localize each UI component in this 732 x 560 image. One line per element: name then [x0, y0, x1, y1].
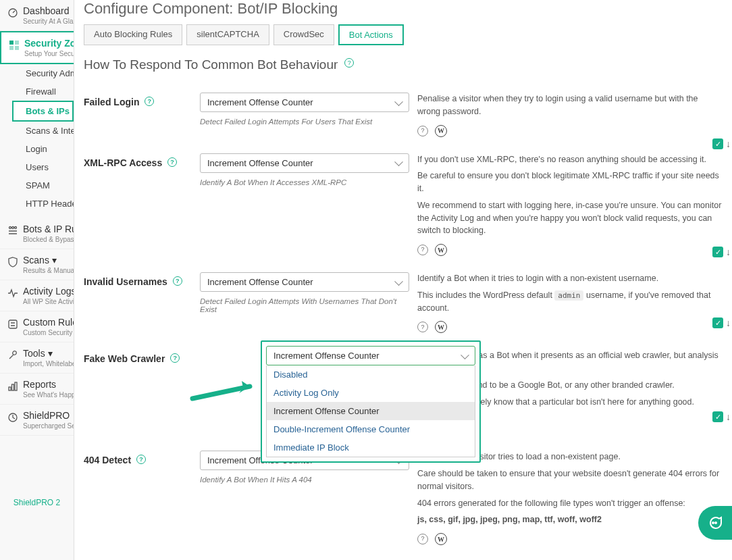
option-activity-log[interactable]: Activity Log Only [267, 384, 475, 402]
svg-point-13 [712, 522, 714, 524]
row-label: Invalid Usernames ? [84, 272, 192, 288]
row-control: Increment Offense CounterIdentify A Bot … [200, 153, 409, 186]
setting-row: Failed Login ?Increment Offense CounterD… [84, 86, 723, 147]
tab-auto-blocking[interactable]: Auto Blocking Rules [84, 24, 182, 45]
row-label: 404 Detect ? [84, 451, 192, 466]
setting-row: Link Cheese ?Increment Offense CounterDe… [84, 555, 723, 560]
help-icon[interactable]: ? [170, 353, 180, 363]
caption: Detect Failed Login Attempts For Users T… [200, 118, 409, 126]
row-label: Fake Web Crawler ? [84, 349, 192, 365]
sidebar-item-tools[interactable]: Tools ▾Import, Whitelabel [0, 342, 74, 374]
status-check-icon[interactable]: ✓ [712, 247, 723, 257]
caption: Identify A Bot When It Hits A 404 [200, 476, 409, 484]
svg-rect-11 [15, 382, 17, 390]
dropdown-options: Disabled Activity Log Only Increment Off… [266, 365, 475, 457]
wordpress-icon[interactable]: W [435, 533, 447, 545]
chat-button[interactable] [698, 506, 732, 540]
svg-rect-4 [15, 46, 19, 50]
page-title: Configure Component: Bot/IP Blocking [84, 0, 723, 24]
custom-icon [7, 318, 19, 330]
help-icon[interactable]: ? [173, 276, 182, 286]
svg-point-6 [12, 227, 14, 229]
select-xml-rpc-access[interactable]: Increment Offense Counter [200, 153, 409, 173]
sidebar-item-scans[interactable]: Scans ▾Results & Manual [0, 249, 74, 280]
sidebar-child-scans[interactable]: Scans & Integrity [19, 122, 74, 140]
help-link-icon[interactable]: ? [417, 322, 428, 332]
row-status-controls: ✓↓ [712, 138, 731, 149]
setting-row: XML-RPC Access ?Increment Offense Counte… [84, 147, 723, 266]
svg-rect-8 [9, 320, 17, 328]
option-disabled[interactable]: Disabled [267, 365, 475, 384]
status-check-icon[interactable]: ✓ [712, 138, 723, 149]
activity-icon [7, 287, 19, 299]
row-status-controls: ✓↓ [712, 247, 731, 257]
help-link-icon[interactable]: ? [417, 126, 428, 136]
help-link-icon[interactable]: ? [417, 245, 428, 255]
sidebar-item-custom-rules[interactable]: Custom RulesCustom Security Rules [0, 311, 74, 342]
sidebar-item-activity-logs[interactable]: Activity LogsAll WP Site Activity [0, 280, 74, 311]
expand-icon[interactable]: ↓ [726, 138, 731, 149]
tab-silentcaptcha[interactable]: silentCAPTCHA [186, 24, 269, 45]
option-immediate-block[interactable]: Immediate IP Block [267, 438, 475, 457]
svg-rect-9 [9, 387, 11, 390]
svg-rect-3 [9, 46, 14, 50]
option-increment[interactable]: Increment Offense Counter [267, 402, 475, 420]
setting-row: Invalid Usernames ?Increment Offense Cou… [84, 265, 723, 342]
sidebar-item-security-zones[interactable]: Security ZonesSetup Your Security [0, 31, 74, 64]
tab-crowdsec[interactable]: CrowdSec [273, 24, 334, 45]
tab-bot-actions[interactable]: Bot Actions [338, 24, 404, 45]
help-link-icon[interactable]: ? [417, 534, 428, 544]
sidebar-item-shieldpro[interactable]: ShieldPROSupercharged Security [0, 405, 74, 436]
help-icon[interactable]: ? [136, 455, 146, 464]
row-description: Penalise a visitor when they try to logi… [417, 93, 723, 137]
sidebar-item-dashboard[interactable]: DashboardSecurity At A Glance [0, 0, 74, 31]
sidebar-child-security-admin[interactable]: Security Admin [19, 64, 74, 82]
row-status-controls: ✓↓ [712, 317, 731, 328]
option-double-increment[interactable]: Double-Increment Offense Counter [267, 420, 475, 438]
sidebar-child-http-headers[interactable]: HTTP Headers [19, 195, 74, 213]
shield-icon [7, 256, 19, 268]
help-icon[interactable]: ? [167, 157, 177, 167]
help-icon[interactable]: ? [344, 58, 354, 68]
main-panel: Configure Component: Bot/IP Blocking Aut… [74, 0, 732, 560]
sidebar-item-reports[interactable]: ReportsSee What's Happening [0, 374, 74, 405]
status-check-icon[interactable]: ✓ [712, 317, 723, 328]
sidebar-child-firewall[interactable]: Firewall [19, 82, 74, 101]
sidebar-child-login[interactable]: Login [19, 140, 74, 158]
wordpress-icon[interactable]: W [435, 125, 447, 137]
sidebar-children: Security Admin Firewall Bots & IPs Scans… [0, 64, 74, 213]
row-label: Failed Login ? [84, 93, 192, 108]
status-check-icon[interactable]: ✓ [712, 411, 723, 422]
sidebar-item-bots-ip-rules[interactable]: Bots & IP RulesBlocked & Bypass [0, 218, 74, 249]
svg-rect-1 [9, 41, 14, 45]
gauge-icon [7, 7, 19, 19]
caption: Detect Failed Login Attempts With Userna… [200, 297, 409, 313]
sidebar-footer[interactable]: ShieldPRO 2 [0, 492, 74, 513]
sidebar: DashboardSecurity At A Glance Security Z… [0, 0, 74, 560]
sidebar-child-bots-ips[interactable]: Bots & IPs [12, 101, 74, 122]
wordpress-icon[interactable]: W [435, 244, 447, 256]
svg-rect-2 [15, 41, 19, 45]
expand-icon[interactable]: ↓ [726, 317, 731, 328]
expand-icon[interactable]: ↓ [726, 247, 731, 257]
pro-icon [7, 411, 19, 424]
rules-icon [7, 225, 19, 237]
select-failed-login[interactable]: Increment Offense Counter [200, 93, 409, 112]
help-icon[interactable]: ? [145, 97, 154, 106]
code-admin: admin [554, 290, 583, 301]
reports-icon [7, 380, 19, 392]
select-invalid-usernames[interactable]: Increment Offense Counter [200, 272, 409, 292]
row-label: XML-RPC Access ? [84, 153, 192, 169]
select-fake-web-crawler[interactable]: Increment Offense Counter [266, 346, 475, 365]
row-status-controls: ✓↓ [712, 411, 731, 422]
sidebar-child-spam[interactable]: SPAM [19, 176, 74, 195]
zones-icon [8, 39, 20, 51]
section-title: How To Respond To Common Bot Behaviour ? [84, 57, 723, 72]
sidebar-child-users[interactable]: Users [19, 158, 74, 176]
svg-point-14 [715, 522, 716, 524]
expand-icon[interactable]: ↓ [726, 411, 731, 422]
row-control: Increment Offense CounterDetect Failed L… [200, 272, 409, 313]
svg-point-5 [9, 227, 11, 229]
wordpress-icon[interactable]: W [435, 321, 447, 333]
row-description: Detect when a visitor tries to load a no… [417, 451, 723, 545]
